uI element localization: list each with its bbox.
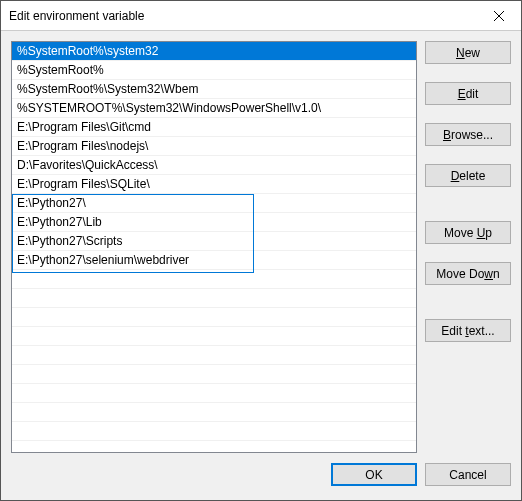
list-item-empty[interactable] xyxy=(12,365,416,384)
list-item-empty[interactable] xyxy=(12,384,416,403)
list-item-empty[interactable] xyxy=(12,308,416,327)
list-item-empty[interactable] xyxy=(12,422,416,441)
list-item[interactable]: E:\Python27\Lib xyxy=(12,213,416,232)
list-item[interactable]: %SystemRoot%\system32 xyxy=(12,42,416,61)
close-icon xyxy=(494,11,504,21)
ok-button[interactable]: OK xyxy=(331,463,417,486)
list-item[interactable]: E:\Python27\selenium\webdriver xyxy=(12,251,416,270)
list-item-empty[interactable] xyxy=(12,289,416,308)
delete-button[interactable]: Delete xyxy=(425,164,511,187)
list-item[interactable]: E:\Python27\Scripts xyxy=(12,232,416,251)
list-item[interactable]: E:\Program Files\Git\cmd xyxy=(12,118,416,137)
main-row: %SystemRoot%\system32%SystemRoot%%System… xyxy=(11,41,511,453)
move-up-button[interactable]: Move Up xyxy=(425,221,511,244)
list-item[interactable]: %SystemRoot% xyxy=(12,61,416,80)
list-item[interactable]: %SYSTEMROOT%\System32\WindowsPowerShell\… xyxy=(12,99,416,118)
window-title: Edit environment variable xyxy=(1,9,144,23)
edit-text-button[interactable]: Edit text... xyxy=(425,319,511,342)
list-item-empty[interactable] xyxy=(12,270,416,289)
list-item[interactable]: E:\Python27\ xyxy=(12,194,416,213)
list-item[interactable]: D:\Favorites\QuickAccess\ xyxy=(12,156,416,175)
list-item-empty[interactable] xyxy=(12,346,416,365)
list-item-empty[interactable] xyxy=(12,403,416,422)
move-down-button[interactable]: Move Down xyxy=(425,262,511,285)
list-item[interactable]: %SystemRoot%\System32\Wbem xyxy=(12,80,416,99)
edit-button[interactable]: Edit xyxy=(425,82,511,105)
close-button[interactable] xyxy=(476,1,521,30)
browse-button[interactable]: Browse... xyxy=(425,123,511,146)
list-item[interactable]: E:\Program Files\SQLite\ xyxy=(12,175,416,194)
list-item-empty[interactable] xyxy=(12,327,416,346)
list-item[interactable]: E:\Program Files\nodejs\ xyxy=(12,137,416,156)
cancel-button[interactable]: Cancel xyxy=(425,463,511,486)
titlebar: Edit environment variable xyxy=(1,1,521,31)
button-column: New Edit Browse... Delete Move Up Move D… xyxy=(425,41,511,453)
dialog-footer: OK Cancel xyxy=(11,453,511,490)
new-button[interactable]: New xyxy=(425,41,511,64)
dialog-window: Edit environment variable %SystemRoot%\s… xyxy=(0,0,522,501)
dialog-body: %SystemRoot%\system32%SystemRoot%%System… xyxy=(1,31,521,500)
path-listbox[interactable]: %SystemRoot%\system32%SystemRoot%%System… xyxy=(11,41,417,453)
